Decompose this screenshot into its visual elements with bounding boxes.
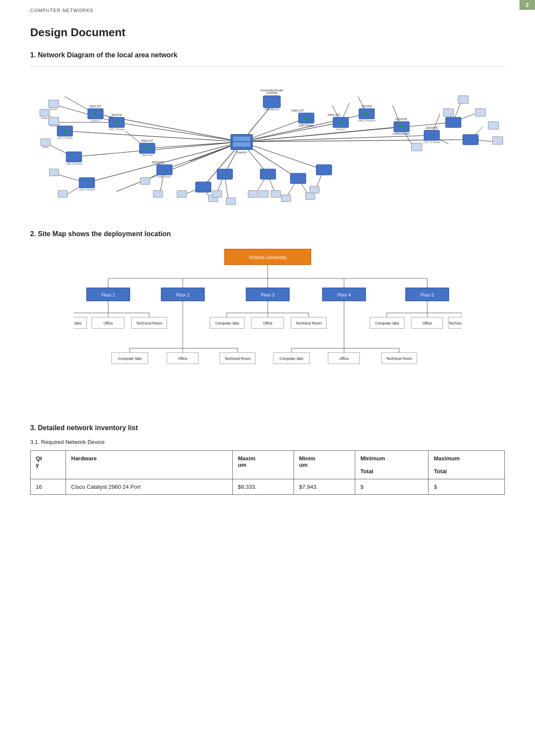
- svg-text:Printer: Printer: [42, 146, 49, 148]
- svg-text:Computer labs: Computer labs: [375, 321, 399, 325]
- svg-rect-95: [49, 117, 59, 125]
- svg-text:PC-PT: PC-PT: [50, 125, 57, 127]
- svg-text:Floor 1: Floor 1: [101, 293, 115, 297]
- svg-text:Office: Office: [178, 356, 187, 361]
- col-max-unit: Maximum: [232, 451, 294, 479]
- svg-rect-99: [41, 139, 50, 146]
- svg-point-121: [116, 121, 118, 124]
- site-map-svg: Victoria University Floor 1 Floor 2: [74, 245, 462, 409]
- table-row: 16 Cisco Catalyst 2960 24 Port $8,333. $…: [31, 479, 505, 495]
- svg-text:2620X95: 2620X95: [151, 161, 163, 164]
- svg-rect-110: [259, 191, 269, 197]
- svg-rect-107: [444, 109, 454, 116]
- svg-text:Office_Network: Office_Network: [358, 119, 376, 122]
- col-qty: Qty: [31, 451, 66, 479]
- svg-text:Switch: Switch: [237, 150, 247, 154]
- svg-text:3620-24T: 3620-24T: [141, 139, 153, 142]
- section-2-title: 2. Site Map shows the deployment locatio…: [30, 230, 505, 238]
- svg-text:LAB_11 Router: LAB_11 Router: [423, 141, 441, 144]
- svg-rect-113: [306, 193, 315, 200]
- svg-rect-88: [446, 117, 461, 128]
- svg-rect-102: [58, 191, 68, 197]
- svg-text:2620X95: 2620X95: [395, 118, 407, 121]
- svg-rect-89: [463, 134, 479, 145]
- svg-text:LAB_2 Router: LAB_2 Router: [57, 137, 73, 139]
- svg-rect-97: [40, 109, 50, 116]
- svg-text:Printer: Printer: [41, 117, 48, 119]
- svg-line-3: [74, 142, 242, 157]
- cell-min-total: $: [355, 479, 429, 495]
- svg-rect-112: [282, 195, 291, 202]
- svg-rect-116: [153, 191, 163, 197]
- svg-point-128: [400, 125, 403, 128]
- svg-rect-111: [271, 191, 281, 197]
- svg-rect-77: [217, 169, 233, 179]
- svg-text:Technical Room: Technical Room: [448, 321, 461, 325]
- svg-rect-68: [66, 152, 82, 162]
- svg-text:LAB Router: LAB Router: [157, 175, 171, 178]
- svg-text:2620X95: 2620X95: [425, 126, 438, 129]
- svg-rect-104: [476, 109, 486, 116]
- svg-rect-120: [226, 198, 236, 205]
- svg-line-2: [65, 131, 242, 142]
- subsection-title: 3.1. Required Network Device: [30, 439, 505, 445]
- svg-line-20: [242, 142, 324, 170]
- section-1-title: 1. Network Diagram of the local area net…: [30, 51, 505, 59]
- cell-qty: 16: [31, 479, 66, 495]
- svg-rect-109: [248, 191, 258, 197]
- svg-text:2960-24T: 2960-24T: [328, 113, 341, 116]
- svg-rect-93: [49, 100, 59, 108]
- svg-rect-103: [458, 96, 469, 103]
- svg-text:2620XM: 2620XM: [111, 113, 122, 116]
- network-diagram-svg: Switch 245/296 University Router 245.40.…: [30, 71, 505, 217]
- svg-rect-119: [213, 191, 222, 197]
- svg-rect-91: [291, 173, 306, 184]
- svg-text:2620XM: 2620XM: [361, 105, 372, 108]
- svg-text:Switch4E: Switch4E: [142, 154, 153, 156]
- svg-rect-114: [310, 186, 319, 193]
- svg-text:LAB_1 Router: LAB_1 Router: [109, 128, 125, 131]
- svg-text:LAB_4 Router: LAB_4 Router: [79, 188, 95, 191]
- col-max-total: MaximumTotal: [429, 451, 505, 479]
- svg-point-123: [64, 130, 66, 132]
- col-hardware: Hardware: [66, 451, 233, 479]
- inventory-section: 3. Detailed network inventory list 3.1. …: [30, 424, 505, 495]
- svg-line-22: [56, 105, 117, 122]
- svg-rect-53: [233, 137, 250, 141]
- svg-rect-106: [493, 137, 503, 144]
- svg-point-124: [146, 147, 148, 150]
- svg-point-122: [94, 112, 97, 115]
- cell-max-total: $: [429, 479, 505, 495]
- svg-text:Floor 2: Floor 2: [176, 293, 190, 297]
- svg-text:Technical Room: Technical Room: [386, 356, 412, 361]
- header-title: COMPUTER NETWORKS: [0, 0, 535, 13]
- svg-text:Technical Room: Technical Room: [224, 356, 250, 361]
- svg-text:245/296: 245/296: [266, 91, 277, 94]
- svg-rect-75: [157, 165, 172, 175]
- svg-text:University Router: University Router: [260, 89, 284, 92]
- page-number: 2: [519, 0, 535, 10]
- svg-rect-108: [412, 143, 422, 151]
- svg-rect-56: [263, 96, 281, 108]
- svg-text:2960-24T: 2960-24T: [291, 109, 305, 112]
- svg-text:LAB_10 Router: LAB_10 Router: [392, 132, 410, 135]
- svg-line-5: [117, 142, 242, 191]
- col-min-total: MinimumTotal: [355, 451, 429, 479]
- svg-text:LAB_3 Router: LAB_3 Router: [66, 162, 82, 165]
- network-diagram: Switch 245/296 University Router 245.40.…: [30, 71, 505, 217]
- svg-text:Office: Office: [339, 356, 348, 361]
- svg-text:Floor 3: Floor 3: [261, 293, 275, 297]
- svg-rect-117: [177, 191, 187, 197]
- svg-text:Office: Office: [103, 321, 113, 325]
- svg-rect-87: [424, 130, 440, 141]
- cell-max-unit: $8,333.: [232, 479, 294, 495]
- inventory-table: Qty Hardware Maximum Minimum MinimumTota…: [30, 450, 505, 495]
- svg-point-127: [366, 112, 368, 115]
- svg-text:3620-24T: 3620-24T: [90, 105, 102, 108]
- svg-text:Computer labs: Computer labs: [215, 321, 239, 325]
- svg-text:Switch7: Switch7: [336, 128, 346, 131]
- svg-text:PC-PT: PC-PT: [50, 108, 57, 111]
- svg-rect-90: [260, 169, 276, 179]
- svg-rect-115: [141, 178, 150, 184]
- network-diagram-section: Switch 245/296 University Router 245.40.…: [30, 66, 505, 217]
